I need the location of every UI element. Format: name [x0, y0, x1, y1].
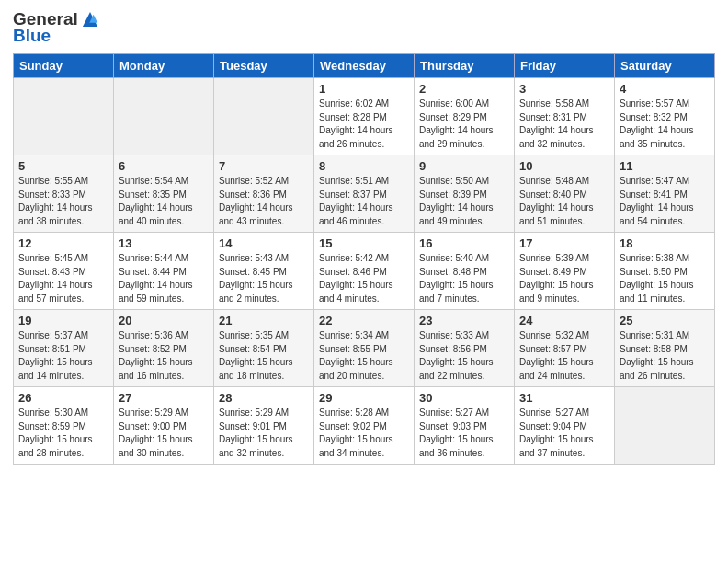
calendar-week-4: 26Sunrise: 5:30 AM Sunset: 8:59 PM Dayli… [14, 387, 715, 465]
day-number: 10 [519, 159, 609, 173]
calendar-cell: 26Sunrise: 5:30 AM Sunset: 8:59 PM Dayli… [14, 387, 114, 465]
day-info: Sunrise: 5:58 AM Sunset: 8:31 PM Dayligh… [519, 98, 609, 151]
day-info: Sunrise: 5:55 AM Sunset: 8:33 PM Dayligh… [18, 175, 108, 228]
day-number: 26 [18, 391, 108, 405]
day-number: 8 [319, 159, 409, 173]
col-header-friday: Friday [515, 54, 615, 78]
calendar-cell: 27Sunrise: 5:29 AM Sunset: 9:00 PM Dayli… [114, 387, 214, 465]
calendar-cell: 9Sunrise: 5:50 AM Sunset: 8:39 PM Daylig… [415, 155, 515, 233]
day-info: Sunrise: 5:54 AM Sunset: 8:35 PM Dayligh… [119, 175, 209, 228]
calendar-cell: 29Sunrise: 5:28 AM Sunset: 9:02 PM Dayli… [314, 387, 415, 465]
calendar-cell: 6Sunrise: 5:54 AM Sunset: 8:35 PM Daylig… [114, 155, 214, 233]
calendar-header-row: SundayMondayTuesdayWednesdayThursdayFrid… [14, 54, 715, 78]
day-number: 2 [419, 82, 509, 96]
calendar-cell: 11Sunrise: 5:47 AM Sunset: 8:41 PM Dayli… [615, 155, 715, 233]
calendar-week-1: 5Sunrise: 5:55 AM Sunset: 8:33 PM Daylig… [14, 155, 715, 233]
calendar-cell: 7Sunrise: 5:52 AM Sunset: 8:36 PM Daylig… [214, 155, 314, 233]
logo: General Blue [13, 9, 100, 46]
day-info: Sunrise: 5:27 AM Sunset: 9:04 PM Dayligh… [519, 407, 609, 460]
day-info: Sunrise: 5:48 AM Sunset: 8:40 PM Dayligh… [519, 175, 609, 228]
day-info: Sunrise: 5:51 AM Sunset: 8:37 PM Dayligh… [319, 175, 409, 228]
day-info: Sunrise: 5:39 AM Sunset: 8:49 PM Dayligh… [519, 252, 609, 305]
day-info: Sunrise: 5:52 AM Sunset: 8:36 PM Dayligh… [219, 175, 309, 228]
calendar-cell: 8Sunrise: 5:51 AM Sunset: 8:37 PM Daylig… [314, 155, 415, 233]
day-number: 14 [219, 236, 309, 250]
calendar-cell: 22Sunrise: 5:34 AM Sunset: 8:55 PM Dayli… [314, 310, 415, 387]
day-number: 29 [319, 391, 409, 405]
day-info: Sunrise: 5:47 AM Sunset: 8:41 PM Dayligh… [620, 175, 710, 228]
day-info: Sunrise: 5:29 AM Sunset: 9:01 PM Dayligh… [219, 407, 309, 460]
day-number: 16 [419, 236, 509, 250]
calendar-cell: 28Sunrise: 5:29 AM Sunset: 9:01 PM Dayli… [214, 387, 314, 465]
calendar-cell: 19Sunrise: 5:37 AM Sunset: 8:51 PM Dayli… [14, 310, 114, 387]
day-info: Sunrise: 5:42 AM Sunset: 8:46 PM Dayligh… [319, 252, 409, 305]
calendar-cell: 4Sunrise: 5:57 AM Sunset: 8:32 PM Daylig… [615, 78, 715, 155]
calendar-cell [14, 78, 114, 155]
day-number: 15 [319, 236, 409, 250]
calendar-cell: 21Sunrise: 5:35 AM Sunset: 8:54 PM Dayli… [214, 310, 314, 387]
day-info: Sunrise: 5:36 AM Sunset: 8:52 PM Dayligh… [119, 329, 209, 383]
day-info: Sunrise: 5:30 AM Sunset: 8:59 PM Dayligh… [18, 407, 108, 460]
day-info: Sunrise: 5:29 AM Sunset: 9:00 PM Dayligh… [119, 407, 209, 460]
day-info: Sunrise: 5:50 AM Sunset: 8:39 PM Dayligh… [419, 175, 509, 228]
day-info: Sunrise: 5:28 AM Sunset: 9:02 PM Dayligh… [319, 407, 409, 460]
header: General Blue [13, 9, 715, 46]
day-number: 28 [219, 391, 309, 405]
day-number: 11 [620, 159, 710, 173]
day-number: 7 [219, 159, 309, 173]
day-info: Sunrise: 6:02 AM Sunset: 8:28 PM Dayligh… [319, 98, 409, 151]
col-header-thursday: Thursday [415, 54, 515, 78]
day-info: Sunrise: 5:43 AM Sunset: 8:45 PM Dayligh… [219, 252, 309, 305]
day-number: 17 [519, 236, 609, 250]
day-info: Sunrise: 5:27 AM Sunset: 9:03 PM Dayligh… [419, 407, 509, 460]
col-header-monday: Monday [114, 54, 214, 78]
day-number: 31 [519, 391, 609, 405]
calendar-cell: 3Sunrise: 5:58 AM Sunset: 8:31 PM Daylig… [515, 78, 615, 155]
day-number: 20 [119, 314, 209, 327]
day-number: 4 [620, 82, 710, 96]
calendar-cell: 24Sunrise: 5:32 AM Sunset: 8:57 PM Dayli… [515, 310, 615, 387]
day-info: Sunrise: 5:34 AM Sunset: 8:55 PM Dayligh… [319, 329, 409, 383]
col-header-sunday: Sunday [14, 54, 114, 78]
day-number: 24 [519, 314, 609, 327]
day-info: Sunrise: 5:45 AM Sunset: 8:43 PM Dayligh… [18, 252, 108, 305]
day-number: 3 [519, 82, 609, 96]
day-info: Sunrise: 5:44 AM Sunset: 8:44 PM Dayligh… [119, 252, 209, 305]
day-number: 9 [419, 159, 509, 173]
day-number: 22 [319, 314, 409, 327]
day-number: 12 [18, 236, 108, 250]
day-number: 23 [419, 314, 509, 327]
col-header-tuesday: Tuesday [214, 54, 314, 78]
day-number: 5 [18, 159, 108, 173]
day-number: 19 [18, 314, 108, 327]
calendar-cell: 23Sunrise: 5:33 AM Sunset: 8:56 PM Dayli… [415, 310, 515, 387]
page: General Blue SundayMondayTuesdayWednesda… [0, 0, 728, 563]
day-info: Sunrise: 5:38 AM Sunset: 8:50 PM Dayligh… [620, 252, 710, 305]
day-number: 21 [219, 314, 309, 327]
calendar-cell [214, 78, 314, 155]
calendar: SundayMondayTuesdayWednesdayThursdayFrid… [13, 53, 715, 465]
calendar-cell: 25Sunrise: 5:31 AM Sunset: 8:58 PM Dayli… [615, 310, 715, 387]
calendar-cell: 16Sunrise: 5:40 AM Sunset: 8:48 PM Dayli… [415, 233, 515, 310]
day-info: Sunrise: 5:35 AM Sunset: 8:54 PM Dayligh… [219, 329, 309, 383]
day-number: 27 [119, 391, 209, 405]
day-info: Sunrise: 5:37 AM Sunset: 8:51 PM Dayligh… [18, 329, 108, 383]
logo-icon [80, 9, 100, 29]
day-info: Sunrise: 6:00 AM Sunset: 8:29 PM Dayligh… [419, 98, 509, 151]
calendar-cell: 20Sunrise: 5:36 AM Sunset: 8:52 PM Dayli… [114, 310, 214, 387]
calendar-week-2: 12Sunrise: 5:45 AM Sunset: 8:43 PM Dayli… [14, 233, 715, 310]
day-number: 25 [620, 314, 710, 327]
day-info: Sunrise: 5:40 AM Sunset: 8:48 PM Dayligh… [419, 252, 509, 305]
day-info: Sunrise: 5:57 AM Sunset: 8:32 PM Dayligh… [620, 98, 710, 151]
calendar-cell: 15Sunrise: 5:42 AM Sunset: 8:46 PM Dayli… [314, 233, 415, 310]
calendar-cell [615, 387, 715, 465]
day-number: 1 [319, 82, 409, 96]
day-info: Sunrise: 5:31 AM Sunset: 8:58 PM Dayligh… [620, 329, 710, 383]
calendar-cell: 12Sunrise: 5:45 AM Sunset: 8:43 PM Dayli… [14, 233, 114, 310]
calendar-cell: 17Sunrise: 5:39 AM Sunset: 8:49 PM Dayli… [515, 233, 615, 310]
calendar-cell: 1Sunrise: 6:02 AM Sunset: 8:28 PM Daylig… [314, 78, 415, 155]
calendar-cell: 31Sunrise: 5:27 AM Sunset: 9:04 PM Dayli… [515, 387, 615, 465]
calendar-week-0: 1Sunrise: 6:02 AM Sunset: 8:28 PM Daylig… [14, 78, 715, 155]
col-header-saturday: Saturday [615, 54, 715, 78]
calendar-cell: 2Sunrise: 6:00 AM Sunset: 8:29 PM Daylig… [415, 78, 515, 155]
